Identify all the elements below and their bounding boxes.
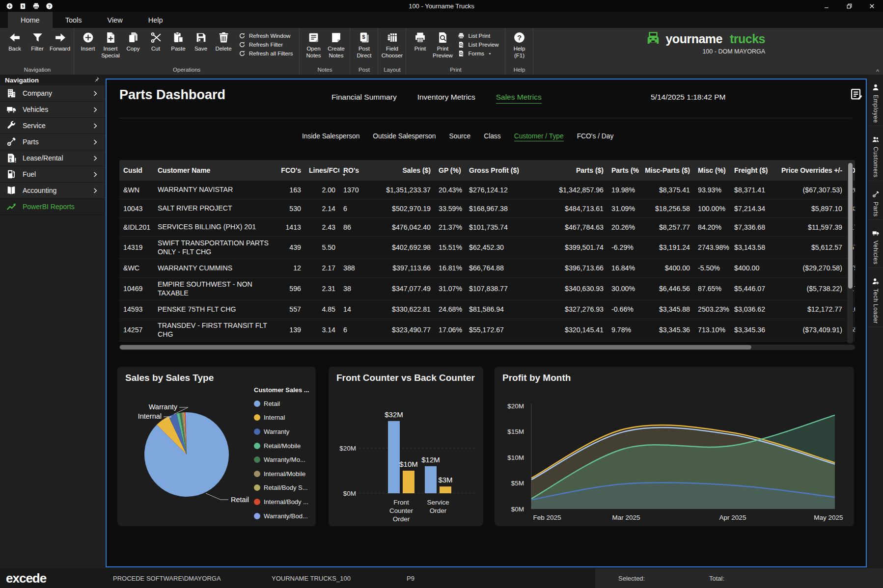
area-chart[interactable]: $0M$5M$10M$15M$20MFeb 2025Mar 2025Apr 20… (495, 367, 854, 526)
column-header-cusid[interactable]: CusId (119, 166, 154, 174)
ribbon-tab-help[interactable]: Help (136, 12, 176, 28)
filter-button[interactable]: Filter (26, 29, 49, 53)
bar-service-order-counter-sales[interactable] (425, 466, 437, 493)
legend-item-warranty[interactable]: Warranty (254, 425, 314, 439)
column-header-fco-s[interactable]: FCO's (276, 166, 305, 174)
ribbon-tab-view[interactable]: View (95, 12, 136, 28)
legend-item-retail-body-s[interactable]: Retail/Body S... (254, 481, 314, 495)
list-preview-button[interactable]: List Preview (458, 41, 498, 48)
insert-button[interactable]: Insert (77, 29, 99, 53)
print-button[interactable]: Print (409, 29, 431, 53)
sidebar-item-lease-rental[interactable]: $Lease/Rental (0, 150, 105, 166)
table-row[interactable]: &WCWARRANTY CUMMINS122.17388$397,113.661… (119, 259, 855, 278)
post-direct-button[interactable]: $Post Direct (353, 29, 375, 59)
insert-special-button[interactable]: Insert Special (99, 29, 122, 59)
qat-help-circle-button[interactable]: ? (46, 2, 53, 10)
refresh-window-button[interactable]: Refresh Window (239, 32, 293, 39)
legend-item-warranty-bod[interactable]: Warranty/Bod... (254, 509, 314, 523)
cut-button[interactable]: Cut (144, 29, 167, 53)
sidebar-item-company[interactable]: Company (0, 85, 105, 102)
subtab-inside-salesperson[interactable]: Inside Salesperson (302, 133, 359, 141)
sidebar-item-fuel[interactable]: Fuel (0, 166, 105, 183)
table-row[interactable]: &WNWARRANTY NAVISTAR1632.001370$1,351,23… (119, 181, 855, 199)
column-header-customer-name[interactable]: Customer Name (154, 166, 276, 174)
column-header-gross-profit[interactable]: Gross Profit ($) (465, 166, 539, 174)
column-header-gp[interactable]: GP (%) (435, 166, 465, 174)
table-row[interactable]: 14593PENSKE 75TH FLT CHG5574.8514$330,62… (119, 300, 855, 319)
sidebar-item-service[interactable]: Service (0, 118, 105, 134)
column-header-price-overrides[interactable]: Price Overrides +/- (777, 166, 846, 174)
collapse-ribbon-icon[interactable]: ^ (876, 68, 879, 75)
forms-button[interactable]: Forms (458, 50, 498, 57)
legend-item-internal-mobile[interactable]: Internal/Mobile (254, 467, 314, 481)
subtab-outside-salesperson[interactable]: Outside Salesperson (373, 133, 436, 141)
sidebar-item-accounting[interactable]: Accounting (0, 183, 105, 199)
table-row[interactable]: 14257TRANSDEV - FIRST TRANSIT FLT CHG139… (119, 319, 855, 342)
legend-item-internal[interactable]: Internal (254, 411, 314, 425)
bar-service-order-back-counter[interactable] (440, 486, 451, 493)
sort-descending-icon[interactable] (341, 173, 347, 177)
side-tab-parts[interactable]: Parts (868, 187, 883, 220)
side-tab-vehicles[interactable]: Vehicles (868, 226, 883, 268)
legend-item-retail[interactable]: Retail (254, 397, 314, 411)
column-header-parts[interactable]: Parts (%) (607, 166, 639, 174)
restore-button[interactable] (838, 0, 860, 12)
column-header-sales[interactable]: Sales ($) (371, 166, 435, 174)
table-row[interactable]: 10043SALT RIVER PROJECT5302.146$502,970.… (119, 199, 855, 218)
subtab-fco-s-day[interactable]: FCO's / Day (577, 133, 614, 141)
qat-add-circle-button[interactable] (6, 2, 13, 10)
tab-financial-summary[interactable]: Financial Summary (331, 93, 397, 104)
qat-printer-button[interactable] (32, 2, 40, 10)
field-chooser-button[interactable]: Field Chooser (381, 29, 403, 59)
vertical-scroll-thumb[interactable] (848, 163, 853, 289)
minimize-button[interactable] (815, 0, 838, 12)
table-row[interactable]: 14319SWIFT TRANSPORTATION PARTS ONLY - F… (119, 237, 855, 259)
legend-item-internal-body[interactable]: Internal/Body ... (254, 495, 314, 509)
bar-chart[interactable]: $0M$20M$32M$10MFrontCounterOrder$12M$3MS… (329, 367, 483, 526)
subtab-class[interactable]: Class (484, 133, 501, 141)
report-notes-icon[interactable] (850, 87, 863, 101)
back-button[interactable]: Back (3, 29, 26, 53)
save-button[interactable]: Save (190, 29, 212, 53)
legend-item-retail-mobile[interactable]: Retail/Mobile (254, 439, 314, 453)
subtab-customer-type[interactable]: Customer / Type (514, 133, 564, 141)
table-row[interactable]: 10469EMPIRE SOUTHWEST - NON TAXABLE5962.… (119, 278, 855, 300)
copy-button[interactable]: Copy (122, 29, 144, 53)
sidebar-item-parts[interactable]: Parts (0, 134, 105, 150)
column-header-lines-fco[interactable]: Lines/FCO (305, 166, 339, 174)
bar-front-counter-order-back-counter[interactable] (403, 471, 414, 493)
close-button[interactable] (860, 0, 883, 12)
bar-front-counter-order-counter-sales[interactable] (388, 421, 400, 493)
side-tab-customers[interactable]: Customers (868, 133, 883, 181)
create-notes-button[interactable]: Create Notes (325, 29, 347, 59)
pin-icon[interactable] (93, 76, 100, 84)
ribbon-tab-tools[interactable]: Tools (53, 12, 95, 28)
column-header-misc[interactable]: Misc (%) (694, 166, 730, 174)
column-header-freight[interactable]: Freight ($) (730, 166, 777, 174)
side-tab-tech-loader[interactable]: Tech Loader (868, 274, 883, 327)
sidebar-item-vehicles[interactable]: Vehicles (0, 102, 105, 118)
qat-cash-button[interactable]: $ (19, 2, 27, 10)
side-tab-employee[interactable]: Employee (868, 80, 883, 126)
tab-inventory-metrics[interactable]: Inventory Metrics (417, 93, 475, 104)
refresh-filter-button[interactable]: Refresh Filter (239, 41, 293, 48)
table-vertical-scrollbar[interactable] (847, 161, 853, 344)
table-horizontal-scrollbar[interactable] (119, 345, 855, 350)
open-notes-button[interactable]: Open Notes (302, 29, 325, 59)
ribbon-tab-home[interactable]: Home (8, 12, 53, 28)
horizontal-scroll-thumb[interactable] (120, 345, 751, 349)
help-f1-button[interactable]: ?Help (F1) (508, 29, 530, 59)
tab-sales-metrics[interactable]: Sales Metrics (496, 93, 542, 104)
list-print-button[interactable]: List Print (458, 32, 498, 39)
refresh-all-filters-button[interactable]: Refresh all Filters (239, 50, 293, 57)
paste-button[interactable]: Paste (167, 29, 190, 53)
table-row[interactable]: &IDL201SERVICES BILLING (PHX) 20114132.4… (119, 218, 855, 237)
print-preview-button[interactable]: Print Preview (431, 29, 454, 59)
pie-chart[interactable]: WarrantyInternalRetail (119, 385, 253, 524)
legend-item-warranty-mo[interactable]: Warranty/Mo... (254, 453, 314, 467)
subtab-source[interactable]: Source (449, 133, 470, 141)
forward-button[interactable]: Forward (49, 29, 71, 53)
delete-button[interactable]: Delete (212, 29, 235, 53)
column-header-parts[interactable]: Parts ($) (539, 166, 607, 174)
column-header-misc-parts[interactable]: Misc-Parts ($) (639, 166, 694, 174)
